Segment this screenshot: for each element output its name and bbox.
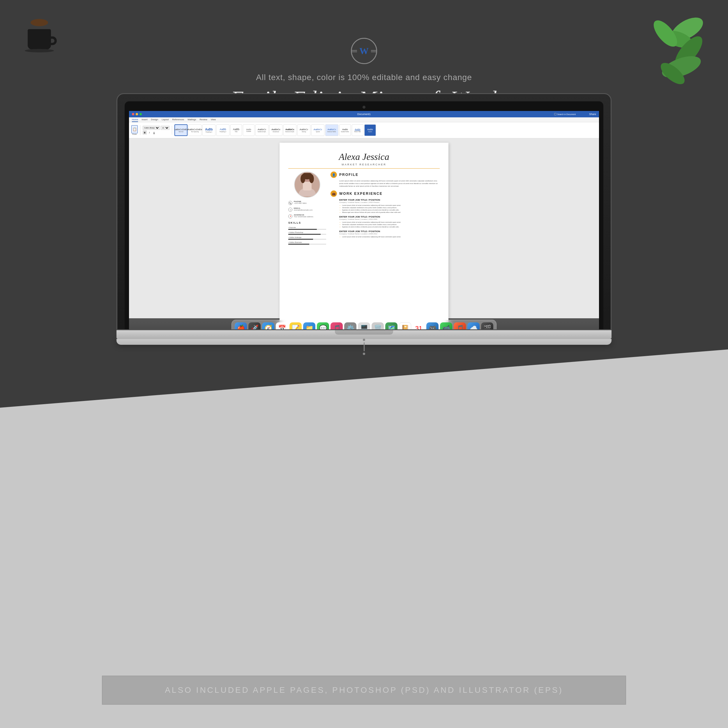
taskbar: 🍎 🚀 🧭 📅 📝 📁 💬 🎵 ⚙️ 🖥️ 🗑️ 🗺️ 📔 31 [129,318,599,329]
tab-mailings[interactable]: Mailings [188,118,196,122]
word-icon-letter: W [359,46,369,57]
style-no-spacing[interactable]: AaBbCcDdEe No Spacing [188,124,202,136]
contact-address: 📍 ADDRESS Your street/state address. [288,214,326,219]
work-section-header: 💼 WORK EXPERIENCE [330,190,440,197]
tab-review[interactable]: Review [200,118,207,122]
ribbon-content: 📋 Paste Calibri (Body) 12 B I U [129,122,599,138]
style-intense-quote[interactable]: AaBbCc Quote [311,124,324,136]
skill-photoshop: • Adobe Photoshop [288,231,326,235]
laptop-hinge [335,330,393,335]
tab-insert[interactable]: Insert [142,118,147,122]
header-subtitle: All text, shape, color is 100% editable … [231,73,497,82]
style-intense-emphasis[interactable]: AaBbCc Emphasis [269,124,283,136]
tab-design[interactable]: Design [151,118,158,122]
ribbon-tabs: Home Insert Design Layout References Mai… [129,117,599,122]
dock-files[interactable]: 📁 [303,322,315,329]
italic-button[interactable]: I [147,130,151,135]
style-strong[interactable]: AaBbCc Intense Emph. [283,124,297,136]
dock-notes[interactable]: 📝 [289,322,302,329]
job-3: ENTER YOUR JOB TITLE / POSITION Company … [330,230,440,238]
background-bottom [0,349,728,728]
dock-safari[interactable]: 🧭 [262,322,274,329]
style-styles-icon[interactable]: AaBb Styles [364,124,376,136]
word-icon: W [351,38,377,64]
dock-itunes[interactable]: 🎵 [330,322,343,329]
document-title: Document1 [357,113,371,116]
font-selector[interactable]: Calibri (Body) [143,126,160,130]
contact-section: 📞 PHONE +123 4567 8953 ✉ [288,200,326,219]
resume-page: Alexa Jessica MARKET RESEARCHER [280,143,448,329]
profile-section-header: 👤 PROFILE [330,171,440,178]
skills-section: SKILLS • Keynote • Adobe Photoshop [288,221,326,245]
laptop-connector [363,339,365,355]
tab-layout[interactable]: Layout [162,118,168,122]
dock-maps[interactable]: 🗺️ [385,322,398,329]
style-subtle-ref[interactable]: AaBb Subtle Refer. [339,124,351,136]
svg-rect-2 [303,182,312,190]
dock-calendar[interactable]: 📅 [276,322,288,329]
skill-indesign: • Adobe Indesign [288,237,326,240]
dock-contacts[interactable]: 📔 [399,322,411,329]
style-subtitle[interactable]: AaBb Subtitle [243,124,254,136]
person-silhouette [297,173,317,196]
dock-settings[interactable]: ⚙️ [344,322,356,329]
job-2: ENTER YOUR JOB TITLE / POSITION Company … [330,216,440,228]
style-heading1[interactable]: AaBb Heading 1 [202,124,216,136]
contact-email: ✉ EMAIL example@example.com [288,207,326,212]
paste-icon[interactable]: 📋 [132,125,138,133]
style-book-title[interactable]: AaBbCc Intense Refer. [325,124,338,136]
dock-finder[interactable]: 🍎 [235,322,247,329]
contact-phone: 📞 PHONE +123 4567 8953 [288,200,326,205]
font-size-selector[interactable]: 12 [161,126,170,130]
coffee-cup-decoration [23,17,58,52]
profile-section: 👤 PROFILE Lorem ipsum dolor sit amet con… [330,171,440,188]
email-icon: ✉ [288,208,292,212]
search-in-document[interactable]: Search in Document [557,113,576,115]
skill-keynote: • Keynote [288,226,326,230]
skill-illustrator: • Adobe Illustrator [288,242,326,245]
job-1: ENTER YOUR JOB TITLE / POSITION Company … [330,199,440,213]
dock-facetime[interactable]: 📹 [440,322,452,329]
laptop-screen: Document1 Search in Document Share Home … [129,111,599,329]
svg-point-4 [301,174,305,183]
plant-decoration [623,15,711,116]
paste-group: 📋 Paste [132,125,140,135]
style-normal[interactable]: AaBbCcDdEe Normal [174,124,188,136]
style-title[interactable]: AaBb Title [230,124,242,136]
style-heading2[interactable]: AaBb Heading 2 [216,124,229,136]
tab-references[interactable]: References [172,118,184,122]
format-buttons: B I U [143,130,170,135]
style-quote[interactable]: AaBbCc Strong [297,124,310,136]
resume-body: 📞 PHONE +123 4567 8953 ✉ [288,171,440,246]
svg-point-5 [309,174,314,183]
resume-left-column: 📞 PHONE +123 4567 8953 ✉ [288,171,326,246]
share-button[interactable]: Share [589,113,596,116]
dock-trash[interactable]: 🗑️ [372,322,384,329]
bold-button[interactable]: B [143,130,147,135]
resume-job-title: MARKET RESEARCHER [288,163,440,166]
tab-home[interactable]: Home [132,118,138,122]
dock-icloud[interactable]: ☁️ [467,322,480,329]
resume-name: Alexa Jessica [288,151,440,162]
work-experience-section: 💼 WORK EXPERIENCE ENTER YOUR JOB TITLE /… [330,190,440,238]
profile-icon: 👤 [330,171,337,178]
style-book[interactable]: AaBb Book Title [352,124,363,136]
format-group: Calibri (Body) 12 B I U [143,126,172,135]
tab-view[interactable]: View [211,118,216,122]
laptop-bezel: Document1 Search in Document Share Home … [125,101,603,329]
style-gallery: AaBbCcDdEe Normal AaBbCcDdEe No Spacing … [174,124,376,136]
dock-video[interactable]: 🎬 [481,322,493,329]
dock-calendar2[interactable]: 31 [413,322,425,329]
underline-button[interactable]: U [152,130,156,135]
document-body: Alexa Jessica MARKET RESEARCHER [129,138,599,318]
laptop-screen-outer: Document1 Search in Document Share Home … [116,93,612,330]
laptop: Document1 Search in Document Share Home … [116,93,612,345]
dock-messages[interactable]: 💬 [317,322,329,329]
dock-game[interactable]: 🎮 [426,322,439,329]
dock-finder2[interactable]: 🖥️ [358,322,370,329]
phone-icon: 📞 [288,201,292,205]
dock-launchpad[interactable]: 🚀 [248,322,261,329]
style-emphasis[interactable]: AaBbCc Subtle Emph. [255,124,269,136]
dock-music[interactable]: 🎵 [454,322,466,329]
footer-banner: ALSO INCLUDED APPLE PAGES, PHOTOSHOP (PS… [102,676,626,705]
